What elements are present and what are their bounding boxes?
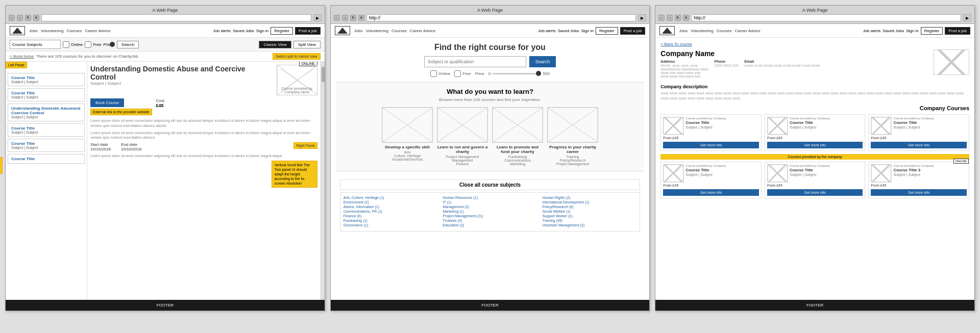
url-bar-1[interactable]: http:// [41, 14, 311, 21]
list-item[interactable]: Course Title [8, 154, 85, 164]
nav-saved-jobs-3[interactable]: Saved Jobs [883, 29, 904, 33]
nav-sign-in-3[interactable]: Sign in [906, 29, 918, 33]
subject-item[interactable]: Finance (6) [344, 214, 438, 218]
learn-card-3[interactable]: Progress in your charity career Training… [547, 107, 598, 166]
course-subjects-input[interactable] [10, 40, 61, 49]
list-item[interactable]: Course Title Subject | Subject [8, 123, 85, 137]
nav-volunteering-3[interactable]: Volunteering [691, 29, 713, 33]
subject-item[interactable]: Fundraising (1) [344, 219, 438, 222]
nav-career-advice[interactable]: Career Advice [85, 29, 110, 33]
book-course-btn[interactable]: Book Course [90, 98, 124, 107]
nav-jobs-3[interactable]: Jobs [679, 29, 688, 33]
subject-item[interactable]: International Development (1) [542, 200, 636, 204]
learn-card-1[interactable]: Learn to run and govern a charity Projec… [437, 107, 488, 166]
subject-item[interactable]: IT (1) [443, 200, 537, 204]
post-job-btn-2[interactable]: Post a job [620, 27, 646, 35]
learn-card-0[interactable]: Develop a specific skill ArtsCulture, He… [382, 107, 433, 166]
back-btn-3[interactable]: ← [658, 15, 665, 21]
nav-jobs-2[interactable]: Jobs [354, 29, 363, 33]
nav-jobs[interactable]: Jobs [29, 29, 38, 33]
scrollbar-1[interactable] [321, 62, 325, 300]
free-checkbox[interactable] [85, 41, 91, 48]
find-online-checkbox[interactable] [430, 70, 437, 77]
forward-btn-3[interactable]: → [667, 15, 673, 21]
nav-saved-jobs-2[interactable]: Saved Jobs [558, 29, 579, 33]
back-to-course-link[interactable]: < Back To course [660, 42, 969, 46]
online-checkbox[interactable] [63, 41, 69, 48]
split-view-btn[interactable]: Split View [293, 41, 321, 48]
get-more-btn-4[interactable]: Get more info [767, 189, 863, 196]
subject-item[interactable]: Communications, PR (1) [344, 210, 438, 213]
nav-job-alerts-3[interactable]: Job alerts [863, 29, 881, 33]
back-btn[interactable]: ← [9, 15, 15, 21]
nav-saved-jobs[interactable]: Saved Jobs [233, 29, 254, 33]
post-job-btn-3[interactable]: Post a job [945, 27, 970, 35]
url-bar-2[interactable] [366, 14, 636, 21]
online-filter[interactable]: Online [63, 41, 83, 48]
subject-item[interactable]: Arts, Culture, Heritage (1) [344, 196, 438, 199]
list-item[interactable]: Course Title Subject | Subject [8, 139, 85, 152]
subject-item[interactable]: Trustees (4) [443, 219, 537, 222]
refresh-btn[interactable]: ↻ [25, 15, 31, 21]
subject-item[interactable]: Management (2) [443, 205, 537, 209]
nav-volunteering[interactable]: Volunteering [41, 29, 63, 33]
back-home-link[interactable]: < Book home [10, 54, 34, 59]
find-free-checkbox[interactable] [454, 70, 461, 77]
subject-item[interactable]: Policy/Research (6) [542, 205, 636, 209]
nav-career-advice-3[interactable]: Career Advice [735, 29, 761, 33]
get-more-btn-2[interactable]: Get more info [871, 142, 967, 148]
nav-courses[interactable]: Courses [66, 29, 82, 33]
subject-item[interactable]: Human Resources (1) [443, 196, 537, 199]
register-btn-1[interactable]: Register [271, 27, 293, 35]
list-item[interactable]: Course Title Subject | Subject [8, 73, 85, 86]
forward-btn-2[interactable]: → [342, 15, 348, 21]
post-job-btn-1[interactable]: Post a job [295, 27, 321, 35]
nav-courses-3[interactable]: Courses [717, 29, 732, 33]
refresh-btn-2[interactable]: ↻ [350, 15, 356, 21]
refresh-btn-3[interactable]: ↻ [675, 15, 681, 21]
subject-item[interactable]: Education (2) [443, 223, 537, 227]
register-btn-2[interactable]: Register [596, 27, 618, 35]
close-btn-3[interactable]: ✕ [683, 15, 689, 21]
find-free-filter[interactable]: Free [454, 70, 471, 77]
find-search-btn[interactable]: Search [529, 56, 556, 67]
price-slider-thumb[interactable] [110, 42, 115, 47]
subject-item[interactable]: Human Rights (2) [542, 196, 636, 199]
get-more-btn-3[interactable]: Get more info [663, 189, 759, 196]
nav-volunteering-2[interactable]: Volunteering [366, 29, 388, 33]
forward-btn[interactable]: → [17, 15, 23, 21]
get-more-btn-0[interactable]: Get more info [663, 142, 759, 148]
nav-job-alerts[interactable]: Job alerts [213, 29, 231, 33]
find-online-filter[interactable]: Online [430, 70, 450, 77]
free-filter[interactable]: Free [85, 41, 101, 48]
subject-item[interactable]: Advice, Information (1) [344, 205, 438, 209]
url-bar-3[interactable] [691, 14, 961, 21]
subject-item[interactable]: Social Welfare (1) [542, 210, 636, 213]
close-subjects-header[interactable]: Close all course subjects [340, 180, 641, 190]
close-btn-2[interactable]: ✕ [358, 15, 364, 21]
register-btn-3[interactable]: Register [921, 27, 943, 35]
nav-courses-2[interactable]: Courses [391, 29, 407, 33]
list-item[interactable]: Understanding Domestic Abuseand Coercive… [8, 104, 85, 121]
nav-career-advice-2[interactable]: Career Advice [410, 29, 435, 33]
subject-item[interactable]: Support Worker (1) [542, 214, 636, 218]
slider-track[interactable] [493, 73, 541, 74]
get-more-btn-5[interactable]: Get more info [871, 189, 967, 196]
classic-view-btn[interactable]: Classic View [259, 41, 291, 48]
learn-card-2[interactable]: Learn to promote and fund your charity F… [492, 107, 543, 166]
subject-item[interactable]: Volunteer Management (2) [542, 223, 636, 227]
get-more-btn-1[interactable]: Get more info [767, 142, 863, 148]
subject-item[interactable]: Training (49) [542, 219, 636, 222]
go-btn-2[interactable]: ▶ [638, 14, 646, 21]
subject-item[interactable]: Marketing (1) [443, 210, 537, 213]
subject-item[interactable]: Environment (2) [344, 200, 438, 204]
back-btn-2[interactable]: ← [334, 15, 340, 21]
find-price-slider[interactable]: 0 500 [488, 71, 550, 76]
subject-item[interactable]: Governance (1) [344, 223, 438, 227]
search-btn-1[interactable]: Search [117, 41, 139, 48]
nav-sign-in-2[interactable]: Sign in [581, 29, 594, 33]
find-search-input[interactable] [424, 56, 526, 67]
go-btn-3[interactable]: ▶ [963, 14, 971, 21]
go-btn[interactable]: ▶ [313, 14, 322, 21]
nav-sign-in[interactable]: Sign in [256, 29, 268, 33]
